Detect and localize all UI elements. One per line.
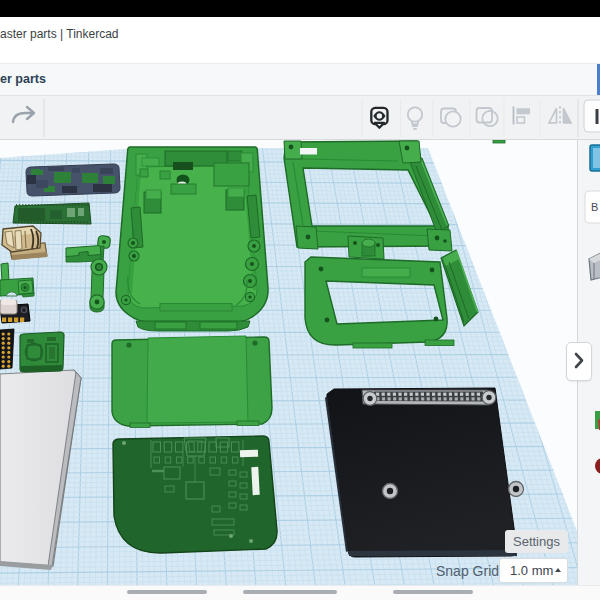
svg-text:B: B [591,201,598,213]
